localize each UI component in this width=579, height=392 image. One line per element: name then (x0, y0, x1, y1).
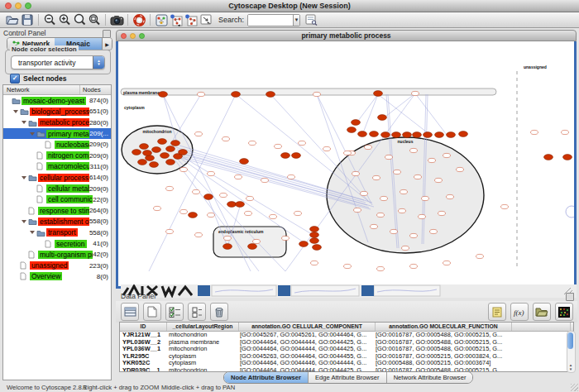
network-node[interactable] (344, 151, 352, 155)
network-node[interactable] (370, 131, 379, 137)
network-node[interactable] (248, 244, 257, 250)
network-node[interactable] (166, 229, 174, 233)
tree-row[interactable]: nucleobase-209(0) (3, 139, 111, 150)
network-node[interactable] (531, 130, 538, 134)
network-node[interactable] (180, 167, 188, 171)
network-node[interactable] (150, 162, 159, 168)
network-node[interactable] (310, 232, 319, 238)
network-node[interactable] (562, 130, 569, 134)
search-dropdown-arrow[interactable]: ▼ (293, 15, 299, 26)
filter-network-icon[interactable] (184, 13, 199, 27)
network-node[interactable] (428, 158, 436, 162)
network-node[interactable] (266, 92, 275, 98)
network-node[interactable] (154, 206, 161, 210)
network-node[interactable] (435, 132, 444, 138)
notes-icon[interactable] (488, 303, 506, 321)
tree-row[interactable]: primary metabo209(... (3, 128, 111, 139)
tree-row[interactable]: biological_process651(0) (3, 106, 111, 117)
network-node[interactable] (313, 92, 321, 96)
network-node[interactable] (275, 144, 282, 148)
network-node[interactable] (419, 214, 426, 218)
network-node[interactable] (377, 266, 385, 270)
network-node[interactable] (294, 211, 302, 215)
network-node[interactable] (385, 155, 393, 159)
import-attributes-icon[interactable] (533, 303, 551, 321)
network-node[interactable] (447, 194, 454, 198)
tree-row[interactable]: cellular process614(0) (3, 172, 111, 183)
table-row[interactable]: YKR052Ccytoplasm[GO:0044464, GO:0044446,… (120, 360, 573, 367)
network-node[interactable] (299, 241, 309, 247)
network-node[interactable] (371, 224, 378, 228)
network-node[interactable] (249, 141, 256, 145)
expander-icon[interactable] (13, 108, 20, 115)
unselect-all-attributes-icon[interactable] (188, 303, 206, 321)
network-node[interactable] (159, 92, 168, 98)
network-node[interactable] (344, 264, 352, 268)
network-node[interactable] (476, 254, 484, 258)
network-node[interactable] (146, 155, 155, 161)
network-canvas[interactable]: plasma membrane cytoplasm mitochondrion … (116, 41, 577, 289)
tree-row[interactable]: unassigned223(0) (3, 260, 111, 270)
network-node[interactable] (544, 155, 553, 160)
network-node[interactable] (352, 171, 360, 175)
network-node[interactable] (292, 153, 301, 159)
table-scrollbar[interactable]: ▲▼ (567, 331, 576, 373)
tree-row[interactable]: mosaic-demo-yeast874(0) (3, 95, 111, 106)
table-row[interactable]: YPL036W__1mitochondrion[GO:0044464, GO:0… (120, 346, 573, 353)
network-node[interactable] (365, 145, 372, 149)
tree-row[interactable]: metabolic process280(0) (3, 117, 111, 128)
zoom-selected-icon[interactable] (72, 13, 87, 27)
network-node[interactable] (457, 167, 464, 171)
network-node[interactable] (390, 229, 398, 233)
network-node[interactable] (423, 132, 433, 138)
network-node[interactable] (310, 227, 319, 232)
expander-icon[interactable] (30, 131, 36, 137)
network-node[interactable] (443, 153, 451, 157)
network-node[interactable] (166, 146, 175, 152)
search-input[interactable] (248, 15, 293, 26)
select-nodes-checkbox[interactable]: ✓ (10, 74, 20, 84)
expander-icon[interactable] (22, 119, 28, 126)
network-node[interactable] (220, 193, 227, 197)
network-node[interactable] (171, 141, 180, 146)
network-node[interactable] (438, 211, 446, 215)
network-node[interactable] (374, 91, 383, 97)
network-node[interactable] (198, 92, 205, 96)
network-node[interactable] (179, 150, 188, 155)
search-options-icon[interactable] (304, 13, 318, 27)
network-node[interactable] (288, 174, 295, 179)
network-node[interactable] (299, 141, 306, 145)
network-node[interactable] (240, 159, 249, 165)
network-graph[interactable]: plasma membrane cytoplasm mitochondrion … (118, 41, 574, 273)
network-node[interactable] (413, 132, 422, 138)
delete-attribute-icon[interactable] (210, 303, 228, 321)
network-node[interactable] (166, 186, 174, 190)
node-color-dropdown[interactable]: transporter activity ▲▼ (11, 55, 105, 69)
network-node[interactable] (392, 132, 401, 138)
tree-row[interactable]: transport558(0) (3, 227, 111, 238)
save-session-icon[interactable] (20, 13, 35, 27)
network-node[interactable] (311, 261, 318, 265)
tree-row[interactable]: cellular metabo209(0) (3, 183, 111, 194)
network-window-titlebar[interactable]: primary metabolic process (116, 30, 577, 41)
data-panel-float-icon[interactable] (566, 293, 574, 301)
network-node[interactable] (435, 178, 443, 182)
network-node[interactable] (132, 150, 141, 155)
network-node[interactable] (180, 209, 188, 213)
zoom-fit-icon[interactable] (87, 13, 102, 27)
network-node[interactable] (501, 204, 509, 208)
expander-icon[interactable] (22, 174, 28, 181)
tree-row[interactable]: multi-organism pro42(0) (3, 249, 111, 260)
table-row[interactable]: YJR121W__1mitochondrion[GO:0045267, GO:0… (120, 332, 573, 339)
attribute-grid-icon[interactable] (121, 303, 139, 321)
network-node[interactable] (443, 261, 451, 265)
network-node[interactable] (261, 178, 269, 182)
network-node[interactable] (208, 171, 215, 175)
network-node[interactable] (223, 244, 232, 250)
network-node[interactable] (235, 174, 242, 179)
network-node[interactable] (143, 151, 152, 156)
search-combobox[interactable]: ▼ (247, 14, 300, 26)
zoom-out-icon[interactable] (42, 13, 57, 27)
network-node[interactable] (400, 189, 408, 194)
tree-row[interactable]: Overview8(0) (3, 271, 111, 282)
